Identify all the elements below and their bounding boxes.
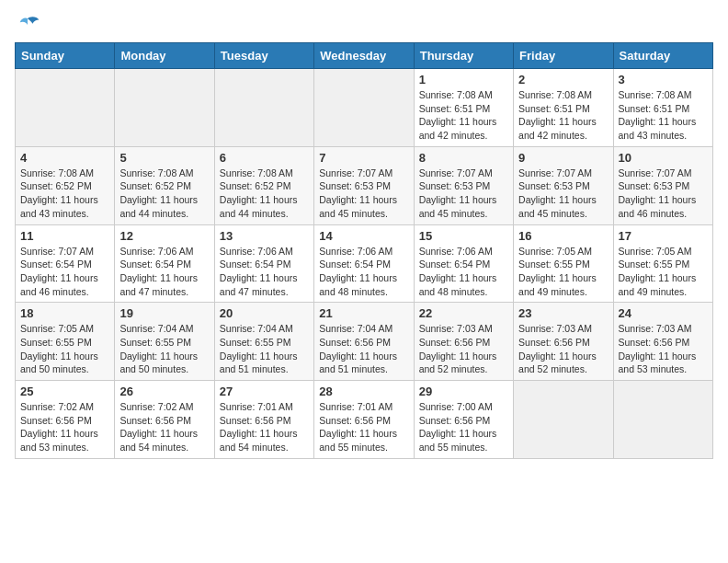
day-info: Sunrise: 7:04 AM Sunset: 6:55 PM Dayligh… xyxy=(220,322,309,376)
day-info: Sunrise: 7:08 AM Sunset: 6:52 PM Dayligh… xyxy=(119,167,209,221)
calendar-cell: 21Sunrise: 7:04 AM Sunset: 6:56 PM Dayli… xyxy=(314,303,414,381)
calendar-cell: 9Sunrise: 7:07 AM Sunset: 6:53 PM Daylig… xyxy=(514,146,613,224)
day-info: Sunrise: 7:07 AM Sunset: 6:54 PM Dayligh… xyxy=(20,245,109,299)
calendar-cell: 4Sunrise: 7:08 AM Sunset: 6:52 PM Daylig… xyxy=(16,146,115,224)
calendar-cell xyxy=(16,69,115,147)
calendar-cell xyxy=(115,69,214,147)
day-number: 20 xyxy=(220,306,309,320)
calendar-cell: 6Sunrise: 7:08 AM Sunset: 6:52 PM Daylig… xyxy=(214,146,313,224)
day-info: Sunrise: 7:06 AM Sunset: 6:54 PM Dayligh… xyxy=(319,245,408,299)
day-number: 27 xyxy=(220,385,309,398)
day-info: Sunrise: 7:05 AM Sunset: 6:55 PM Dayligh… xyxy=(518,245,608,299)
week-row-3: 11Sunrise: 7:07 AM Sunset: 6:54 PM Dayli… xyxy=(16,224,713,303)
day-number: 9 xyxy=(518,151,608,165)
weekday-header-monday: Monday xyxy=(115,43,214,69)
day-info: Sunrise: 7:03 AM Sunset: 6:56 PM Dayligh… xyxy=(518,322,608,376)
calendar-cell xyxy=(314,69,414,147)
day-info: Sunrise: 7:06 AM Sunset: 6:54 PM Dayligh… xyxy=(119,245,209,299)
calendar-cell xyxy=(214,69,313,147)
header xyxy=(15,15,713,35)
weekday-header-friday: Friday xyxy=(514,43,613,69)
day-info: Sunrise: 7:01 AM Sunset: 6:56 PM Dayligh… xyxy=(220,400,309,454)
calendar-cell: 11Sunrise: 7:07 AM Sunset: 6:54 PM Dayli… xyxy=(16,224,115,303)
calendar-cell: 10Sunrise: 7:07 AM Sunset: 6:53 PM Dayli… xyxy=(613,146,712,224)
day-number: 23 xyxy=(518,306,608,320)
day-info: Sunrise: 7:07 AM Sunset: 6:53 PM Dayligh… xyxy=(619,167,708,221)
calendar-cell: 7Sunrise: 7:07 AM Sunset: 6:53 PM Daylig… xyxy=(314,146,414,224)
day-info: Sunrise: 7:04 AM Sunset: 6:55 PM Dayligh… xyxy=(119,322,209,376)
day-number: 13 xyxy=(220,229,309,243)
calendar-cell xyxy=(514,381,613,459)
weekday-header-sunday: Sunday xyxy=(16,43,115,69)
calendar-cell: 22Sunrise: 7:03 AM Sunset: 6:56 PM Dayli… xyxy=(414,303,513,381)
calendar-cell: 20Sunrise: 7:04 AM Sunset: 6:55 PM Dayli… xyxy=(214,303,313,381)
week-row-2: 4Sunrise: 7:08 AM Sunset: 6:52 PM Daylig… xyxy=(16,146,713,224)
day-info: Sunrise: 7:08 AM Sunset: 6:51 PM Dayligh… xyxy=(619,88,708,143)
day-info: Sunrise: 7:08 AM Sunset: 6:52 PM Dayligh… xyxy=(220,167,309,221)
day-number: 3 xyxy=(619,73,708,86)
calendar-cell: 13Sunrise: 7:06 AM Sunset: 6:54 PM Dayli… xyxy=(214,224,313,303)
day-number: 26 xyxy=(119,385,209,398)
day-info: Sunrise: 7:03 AM Sunset: 6:56 PM Dayligh… xyxy=(419,322,508,376)
calendar-cell: 29Sunrise: 7:00 AM Sunset: 6:56 PM Dayli… xyxy=(414,381,513,459)
day-info: Sunrise: 7:00 AM Sunset: 6:56 PM Dayligh… xyxy=(419,400,508,454)
day-info: Sunrise: 7:07 AM Sunset: 6:53 PM Dayligh… xyxy=(319,167,408,221)
logo-bird-icon xyxy=(15,15,40,35)
day-number: 25 xyxy=(20,385,109,398)
calendar-cell: 5Sunrise: 7:08 AM Sunset: 6:52 PM Daylig… xyxy=(115,146,214,224)
calendar-cell: 8Sunrise: 7:07 AM Sunset: 6:53 PM Daylig… xyxy=(414,146,513,224)
day-info: Sunrise: 7:02 AM Sunset: 6:56 PM Dayligh… xyxy=(20,400,109,454)
day-info: Sunrise: 7:07 AM Sunset: 6:53 PM Dayligh… xyxy=(419,167,508,221)
day-number: 2 xyxy=(518,73,608,86)
calendar-cell: 12Sunrise: 7:06 AM Sunset: 6:54 PM Dayli… xyxy=(115,224,214,303)
day-number: 29 xyxy=(419,385,508,398)
day-number: 19 xyxy=(119,306,209,320)
calendar-cell: 3Sunrise: 7:08 AM Sunset: 6:51 PM Daylig… xyxy=(613,69,712,147)
calendar-cell: 26Sunrise: 7:02 AM Sunset: 6:56 PM Dayli… xyxy=(115,381,214,459)
day-info: Sunrise: 7:08 AM Sunset: 6:51 PM Dayligh… xyxy=(518,88,608,143)
calendar-cell: 27Sunrise: 7:01 AM Sunset: 6:56 PM Dayli… xyxy=(214,381,313,459)
day-number: 21 xyxy=(319,306,408,320)
day-number: 16 xyxy=(518,229,608,243)
day-info: Sunrise: 7:07 AM Sunset: 6:53 PM Dayligh… xyxy=(518,167,608,221)
calendar-cell: 14Sunrise: 7:06 AM Sunset: 6:54 PM Dayli… xyxy=(314,224,414,303)
calendar-table: SundayMondayTuesdayWednesdayThursdayFrid… xyxy=(15,42,713,459)
day-number: 6 xyxy=(220,151,309,165)
day-number: 18 xyxy=(20,306,109,320)
day-info: Sunrise: 7:01 AM Sunset: 6:56 PM Dayligh… xyxy=(319,400,408,454)
day-number: 28 xyxy=(319,385,408,398)
day-number: 17 xyxy=(619,229,708,243)
day-info: Sunrise: 7:05 AM Sunset: 6:55 PM Dayligh… xyxy=(619,245,708,299)
weekday-header-row: SundayMondayTuesdayWednesdayThursdayFrid… xyxy=(16,43,713,69)
calendar-cell: 19Sunrise: 7:04 AM Sunset: 6:55 PM Dayli… xyxy=(115,303,214,381)
day-number: 11 xyxy=(20,229,109,243)
calendar-cell: 24Sunrise: 7:03 AM Sunset: 6:56 PM Dayli… xyxy=(613,303,712,381)
calendar-cell: 17Sunrise: 7:05 AM Sunset: 6:55 PM Dayli… xyxy=(613,224,712,303)
calendar-cell: 28Sunrise: 7:01 AM Sunset: 6:56 PM Dayli… xyxy=(314,381,414,459)
calendar-cell xyxy=(613,381,712,459)
day-info: Sunrise: 7:08 AM Sunset: 6:51 PM Dayligh… xyxy=(419,88,508,143)
logo xyxy=(15,15,44,35)
day-number: 22 xyxy=(419,306,508,320)
calendar-cell: 15Sunrise: 7:06 AM Sunset: 6:54 PM Dayli… xyxy=(414,224,513,303)
day-number: 8 xyxy=(419,151,508,165)
week-row-5: 25Sunrise: 7:02 AM Sunset: 6:56 PM Dayli… xyxy=(16,381,713,459)
day-info: Sunrise: 7:02 AM Sunset: 6:56 PM Dayligh… xyxy=(119,400,209,454)
day-number: 7 xyxy=(319,151,408,165)
day-number: 15 xyxy=(419,229,508,243)
week-row-1: 1Sunrise: 7:08 AM Sunset: 6:51 PM Daylig… xyxy=(16,69,713,147)
day-info: Sunrise: 7:06 AM Sunset: 6:54 PM Dayligh… xyxy=(220,245,309,299)
day-info: Sunrise: 7:08 AM Sunset: 6:52 PM Dayligh… xyxy=(20,167,109,221)
day-number: 10 xyxy=(619,151,708,165)
day-number: 1 xyxy=(419,73,508,86)
week-row-4: 18Sunrise: 7:05 AM Sunset: 6:55 PM Dayli… xyxy=(16,303,713,381)
weekday-header-saturday: Saturday xyxy=(613,43,712,69)
weekday-header-thursday: Thursday xyxy=(414,43,513,69)
day-info: Sunrise: 7:03 AM Sunset: 6:56 PM Dayligh… xyxy=(619,322,708,376)
day-number: 4 xyxy=(20,151,109,165)
calendar-cell: 16Sunrise: 7:05 AM Sunset: 6:55 PM Dayli… xyxy=(514,224,613,303)
day-number: 5 xyxy=(119,151,209,165)
calendar-cell: 25Sunrise: 7:02 AM Sunset: 6:56 PM Dayli… xyxy=(16,381,115,459)
calendar-cell: 2Sunrise: 7:08 AM Sunset: 6:51 PM Daylig… xyxy=(514,69,613,147)
day-info: Sunrise: 7:05 AM Sunset: 6:55 PM Dayligh… xyxy=(20,322,109,376)
